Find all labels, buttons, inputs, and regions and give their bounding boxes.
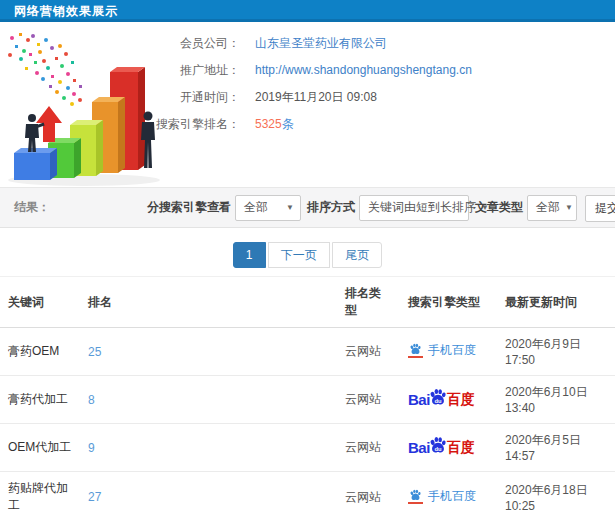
baidu-bai-text: Bai (408, 439, 430, 456)
baidu-paw-icon: du (429, 388, 447, 406)
rank-link[interactable]: 8 (88, 393, 95, 407)
promo-url-row: 推广地址： http://www.shandonghuangshengtang.… (148, 61, 615, 79)
next-page-button[interactable]: 下一页 (268, 242, 330, 268)
bar-chart-illustration (2, 30, 187, 188)
table-row: 药贴牌代加工 27 云网站 手机百度 Bai du 百度 2020年6月18日 (0, 472, 615, 520)
baidu-logo: Bai du 百度 (408, 439, 475, 457)
keyword-cell: 膏药代加工 (0, 376, 80, 424)
rank-link[interactable]: 27 (88, 490, 101, 504)
engine-type-cell: 手机百度 Bai du 百度 (400, 424, 497, 472)
rank-type-cell: 云网站 (337, 424, 400, 472)
article-type-selected: 全部 (536, 199, 560, 216)
engine-type-cell: 手机百度 Bai du 百度 (400, 472, 497, 520)
rank-link[interactable]: 25 (88, 345, 101, 359)
chevron-down-icon: ▼ (565, 203, 573, 212)
engine-view-select[interactable]: 全部 ▼ (235, 195, 301, 221)
promo-url-link[interactable]: http://www.shandonghuangshengtang.cn (255, 63, 472, 77)
pagination: 1 下一页 尾页 (0, 228, 615, 276)
results-table: 关键词 排名 排名类型 搜索引擎类型 最新更新时间 膏药OEM 25 云网站 手… (0, 276, 615, 520)
rank-type-cell: 云网站 (337, 376, 400, 424)
baidu-du-text: du (434, 397, 442, 403)
page-1-button[interactable]: 1 (233, 242, 266, 268)
engine-view-label: 分搜索引擎查看 (147, 199, 231, 216)
header-engine-type: 搜索引擎类型 (400, 277, 497, 328)
baidu-paw-icon: du (429, 436, 447, 454)
engine-view-selected: 全部 (244, 199, 268, 216)
mobile-baidu-label: 手机百度 (428, 342, 476, 359)
table-row: OEM代加工 9 云网站 手机百度 Bai du 百度 2020年6月5日 14 (0, 424, 615, 472)
bar-blue (14, 148, 57, 180)
engine-logo: 手机百度 Bai du 百度 (408, 442, 475, 456)
sort-select[interactable]: 关键词由短到长排序 ▼ (359, 195, 469, 221)
engine-logo: 手机百度 Bai du 百度 (408, 493, 476, 507)
rank-cell: 25 (80, 328, 337, 376)
table-row: 膏药代加工 8 云网站 手机百度 Bai du 百度 2020年6月10日 13 (0, 376, 615, 424)
engine-type-cell: 手机百度 Bai du 百度 (400, 328, 497, 376)
result-label: 结果： (14, 199, 50, 216)
last-page-button[interactable]: 尾页 (332, 242, 382, 268)
engine-logo: 手机百度 Bai du 百度 (408, 394, 475, 408)
baidu-du-text: du (434, 445, 442, 451)
header-rank: 排名 (80, 277, 337, 328)
mobile-baidu-label: 手机百度 (428, 488, 476, 505)
engine-rank-count: 5325 (255, 117, 282, 131)
page-title: 网络营销效果展示 (0, 0, 615, 22)
engine-rank-row: 搜索引擎排名： 5325条 (148, 115, 615, 133)
baidu-paw-icon (408, 343, 423, 358)
engine-logo: 手机百度 Bai du 百度 (408, 347, 476, 361)
sort-selected: 关键词由短到长排序 (368, 199, 476, 216)
table-row: 膏药OEM 25 云网站 手机百度 Bai du 百度 2020年6月9日 17 (0, 328, 615, 376)
rank-cell: 9 (80, 424, 337, 472)
chevron-down-icon: ▼ (286, 203, 294, 212)
baidu-logo: Bai du 百度 (408, 391, 475, 409)
table-header-row: 关键词 排名 排名类型 搜索引擎类型 最新更新时间 (0, 277, 615, 328)
filter-bar: 结果： 分搜索引擎查看 全部 ▼ 排序方式 关键词由短到长排序 ▼ 文章类型 全… (0, 187, 615, 228)
baidu-cn-text: 百度 (447, 391, 475, 409)
keyword-cell: OEM代加工 (0, 424, 80, 472)
baidu-bai-text: Bai (408, 391, 430, 408)
rank-cell: 8 (80, 376, 337, 424)
rank-cell: 27 (80, 472, 337, 520)
header-rank-type: 排名类型 (337, 277, 400, 328)
updated-cell: 2020年6月5日 14:57 (497, 424, 615, 472)
member-info-section: 会员公司： 山东皇圣堂药业有限公司 推广地址： http://www.shand… (0, 22, 615, 187)
keyword-cell: 膏药OEM (0, 328, 80, 376)
open-time-value: 2019年11月20日 09:08 (240, 88, 377, 106)
member-company-row: 会员公司： 山东皇圣堂药业有限公司 (148, 34, 615, 52)
engine-type-cell: 手机百度 Bai du 百度 (400, 376, 497, 424)
open-time-row: 开通时间： 2019年11月20日 09:08 (148, 88, 615, 106)
updated-cell: 2020年6月10日 13:40 (497, 376, 615, 424)
updated-cell: 2020年6月18日 10:25 (497, 472, 615, 520)
article-type-select[interactable]: 全部 ▼ (527, 195, 577, 221)
member-info-rows: 会员公司： 山东皇圣堂药业有限公司 推广地址： http://www.shand… (148, 22, 615, 133)
table-body: 膏药OEM 25 云网站 手机百度 Bai du 百度 2020年6月9日 17 (0, 328, 615, 520)
filter-controls: 分搜索引擎查看 全部 ▼ 排序方式 关键词由短到长排序 ▼ 文章类型 全部 ▼ (145, 195, 577, 221)
header-keyword: 关键词 (0, 277, 80, 328)
header-updated: 最新更新时间 (497, 277, 615, 328)
article-type-label: 文章类型 (475, 199, 523, 216)
confetti-dots (8, 33, 82, 106)
engine-rank-unit: 条 (282, 117, 294, 131)
sort-label: 排序方式 (307, 199, 355, 216)
rank-link[interactable]: 9 (88, 441, 95, 455)
rank-type-cell: 云网站 (337, 472, 400, 520)
submit-button[interactable]: 提交 (585, 195, 615, 222)
updated-cell: 2020年6月9日 17:50 (497, 328, 615, 376)
keyword-cell: 药贴牌代加工 (0, 472, 80, 520)
member-company-link[interactable]: 山东皇圣堂药业有限公司 (255, 36, 387, 50)
mobile-baidu-logo: 手机百度 (408, 342, 476, 359)
mobile-baidu-logo: 手机百度 (408, 488, 476, 505)
baidu-cn-text: 百度 (447, 439, 475, 457)
baidu-paw-icon (408, 489, 423, 504)
rank-type-cell: 云网站 (337, 328, 400, 376)
growth-chart-image (2, 30, 187, 188)
